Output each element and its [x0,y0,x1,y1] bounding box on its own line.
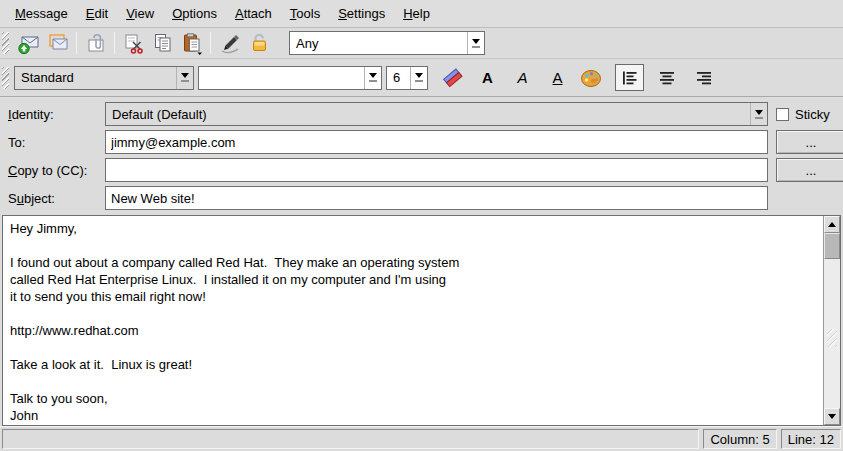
italic-icon: A [517,70,527,85]
menu-message[interactable]: Message [6,2,77,25]
identity-label: Identity: [8,107,97,122]
copy-button[interactable] [148,30,177,57]
sign-message-button[interactable] [215,30,244,57]
vertical-scrollbar[interactable] [823,216,840,425]
attach-file-button[interactable] [81,30,110,57]
copy-icon [151,31,175,55]
send-mail-button[interactable] [14,30,43,57]
align-left-button[interactable] [615,64,644,91]
chevron-down-icon [467,32,484,54]
menu-edit[interactable]: Edit [77,2,117,25]
toolbar-grip-handle[interactable] [2,32,9,54]
paragraph-style-combo[interactable]: Standard [14,66,194,90]
menu-settings[interactable]: Settings [329,2,394,25]
toolbar-grip-handle[interactable] [2,67,9,89]
statusbar: Column: 5 Line: 12 [0,426,843,451]
chevron-down-icon [364,67,381,89]
paragraph-style-value: Standard [15,68,176,87]
menubar: Message Edit View Options Attach Tools S… [0,0,843,28]
cc-input[interactable] [105,158,768,182]
crypto-format-value: Any [290,34,467,53]
scrollbar-track-marks [827,329,837,347]
bold-icon: A [482,70,493,85]
message-body-area: Hey Jimmy, I found out about a company c… [2,215,841,426]
cc-addressbook-button[interactable]: ... [776,158,843,182]
main-toolbar: Any [0,28,843,59]
cut-button[interactable] [119,30,148,57]
font-family-value [199,76,364,80]
queue-mail-button[interactable] [43,30,72,57]
identity-combo[interactable]: Default (Default) [105,102,768,126]
align-center-button[interactable] [652,64,681,91]
menu-options[interactable]: Options [163,2,226,25]
toolbar-separator [114,32,115,54]
format-toolbar: Standard 6 A A [0,59,843,97]
crypto-format-combo[interactable]: Any [289,31,485,55]
align-center-icon [656,67,678,89]
cut-icon [122,31,146,55]
status-line-panel: Line: 12 [781,429,841,449]
arrow-up-icon [828,222,836,227]
align-right-button[interactable] [689,64,718,91]
menu-view[interactable]: View [117,2,163,25]
cc-label: Copy to (CC): [8,163,97,178]
send-mail-icon [17,31,41,55]
to-input[interactable] [105,130,768,154]
encrypt-message-button[interactable] [244,30,273,57]
sign-message-icon [218,31,242,55]
scroll-down-button[interactable] [824,408,840,425]
status-message-panel [2,429,699,449]
color-palette-icon [579,66,603,90]
remove-formatting-button[interactable] [438,64,467,91]
scroll-up-button[interactable] [824,216,840,233]
bold-button[interactable]: A [473,64,502,91]
scrollbar-thumb[interactable] [824,233,840,259]
font-size-combo[interactable]: 6 [386,66,428,90]
attach-file-icon [84,31,108,55]
toolbar-separator [210,32,211,54]
underline-button[interactable]: A [543,64,572,91]
to-addressbook-button[interactable]: ... [776,130,843,154]
chevron-down-icon [750,103,767,125]
subject-label: Subject: [8,191,97,206]
eraser-icon [441,66,465,90]
arrow-down-icon [828,414,836,419]
align-left-icon [619,67,641,89]
toolbar-separator [76,32,77,54]
chevron-down-icon [176,67,193,89]
sticky-checkbox[interactable] [776,108,789,121]
chevron-down-icon [410,67,427,89]
to-label: To: [8,135,97,150]
composer-window: Message Edit View Options Attach Tools S… [0,0,843,451]
subject-input[interactable] [105,186,768,210]
paste-button[interactable] [177,30,206,57]
font-family-combo[interactable] [198,66,382,90]
italic-button[interactable]: A [508,64,537,91]
message-headers: Identity: Default (Default) Sticky To: .… [0,97,843,215]
font-size-value: 6 [387,68,410,87]
menu-attach[interactable]: Attach [226,2,281,25]
text-color-button[interactable] [576,64,605,91]
identity-value: Default (Default) [106,105,750,124]
underline-icon: A [552,70,562,85]
paste-icon [180,31,204,55]
align-right-icon [693,67,715,89]
menu-tools[interactable]: Tools [281,2,329,25]
status-column-panel: Column: 5 [703,429,776,449]
encrypt-message-icon [247,31,271,55]
message-body-editor[interactable]: Hey Jimmy, I found out about a company c… [4,217,822,424]
sticky-label: Sticky [795,107,830,122]
menu-help[interactable]: Help [394,2,439,25]
queue-mail-icon [46,31,70,55]
